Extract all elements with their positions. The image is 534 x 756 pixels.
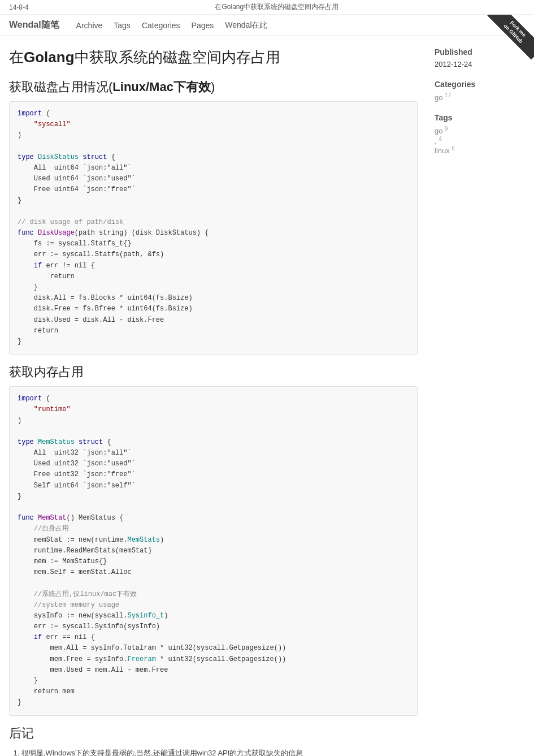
- postscript-list: 很明显,Windows下的支持是最弱的,当然,还能通过调用win32 API的方…: [21, 748, 418, 756]
- fork-ribbon-text: Fork meon GitHub: [487, 15, 534, 60]
- nav-bar: Wendal随笔 Archive Tags Categories Pages W…: [0, 15, 534, 36]
- section1-heading: 获取磁盘占用情况(Linux/Mac下有效): [9, 79, 418, 96]
- top-bar-date: 14-8-4: [9, 3, 29, 11]
- tag-go-link[interactable]: go 9: [435, 126, 448, 135]
- tags-label: Tags: [435, 113, 525, 122]
- sidebar: Published 2012-12-24 Categories go 17 Ta…: [435, 47, 525, 756]
- nav-categories[interactable]: Categories: [142, 21, 180, 30]
- page-wrapper: 在Golang中获取系统的磁盘空间内存占用 获取磁盘占用情况(Linux/Mac…: [0, 36, 534, 756]
- sidebar-tags: Tags go 9 , 4 linux 6: [435, 113, 525, 155]
- main-content: 在Golang中获取系统的磁盘空间内存占用 获取磁盘占用情况(Linux/Mac…: [9, 47, 418, 756]
- code-block-1: import ( "syscall" ) type DiskStatus str…: [9, 101, 418, 355]
- tag-linux-link[interactable]: linux 6: [435, 145, 455, 155]
- top-bar-title: 在Golang中获取系统的磁盘空间内存占用: [215, 2, 338, 12]
- tag-comma: , 4: [435, 136, 525, 145]
- fork-ribbon: Fork meon GitHub: [483, 15, 534, 66]
- code-block-2: import ( "runtime" ) type MemStatus stru…: [9, 386, 418, 715]
- tag-go: go 9: [435, 126, 525, 135]
- article-title: 在Golang中获取系统的磁盘空间内存占用: [9, 47, 418, 67]
- postscript-item-1: 很明显,Windows下的支持是最弱的,当然,还能通过调用win32 API的方…: [21, 748, 418, 756]
- sidebar-categories: Categories go 17: [435, 80, 525, 102]
- categories-label: Categories: [435, 80, 525, 89]
- nav-tags[interactable]: Tags: [114, 21, 131, 30]
- nav-wendal[interactable]: Wendal在此: [225, 20, 267, 31]
- site-name: Wendal随笔: [9, 19, 59, 31]
- nav-pages[interactable]: Pages: [192, 21, 214, 30]
- category-go-link[interactable]: go 17: [435, 92, 451, 102]
- section2-heading: 获取内存占用: [9, 364, 418, 381]
- section3-heading: 后记: [9, 725, 418, 742]
- nav-archive[interactable]: Archive: [76, 21, 103, 30]
- category-go[interactable]: go 17: [435, 92, 525, 102]
- tag-comma-link[interactable]: , 4: [435, 136, 442, 145]
- tag-linux: linux 6: [435, 145, 525, 155]
